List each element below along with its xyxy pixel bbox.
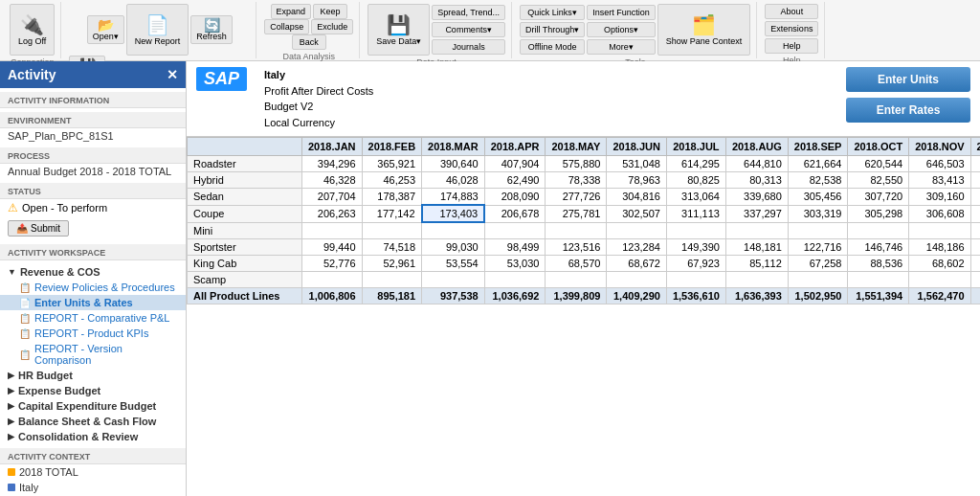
cell-3-10[interactable]: 306,608 (909, 205, 970, 222)
cell-2-3[interactable]: 208,090 (484, 189, 546, 206)
insert-function-button[interactable]: Insert Function (587, 5, 656, 20)
cell-2-2[interactable]: 174,883 (422, 189, 485, 206)
cell-3-9[interactable]: 305,298 (848, 205, 909, 222)
cell-6-6[interactable]: 67,923 (666, 255, 725, 271)
help-button[interactable]: Help (765, 38, 818, 54)
cell-3-6[interactable]: 311,113 (666, 205, 725, 222)
cell-0-10[interactable]: 646,503 (909, 156, 970, 172)
cell-6-5[interactable]: 68,672 (607, 255, 667, 271)
cell-1-5[interactable]: 78,963 (607, 172, 667, 189)
workspace-item-product-kpis[interactable]: 📋 REPORT - Product KPIs (0, 326, 186, 341)
cell-3-3[interactable]: 206,678 (484, 205, 546, 222)
logoff-button[interactable]: 🔌 Log Off (10, 4, 55, 56)
cell-4-8[interactable] (788, 222, 848, 238)
cell-6-0[interactable]: 52,776 (302, 255, 363, 271)
workspace-group-balance[interactable]: ▶ Balance Sheet & Cash Flow (0, 414, 186, 429)
options-button[interactable]: Options▾ (587, 22, 656, 37)
cell-7-11[interactable] (970, 271, 980, 287)
cell-7-5[interactable] (607, 271, 667, 287)
journals-button[interactable]: Journals (432, 39, 505, 55)
cell-5-11[interactable]: 14 (970, 238, 980, 255)
cell-0-2[interactable]: 390,640 (422, 156, 485, 172)
cell-3-1[interactable]: 177,142 (362, 205, 422, 222)
cell-6-4[interactable]: 68,570 (546, 255, 607, 271)
cell-4-6[interactable] (666, 222, 725, 238)
cell-2-9[interactable]: 307,720 (848, 189, 909, 206)
cell-0-4[interactable]: 575,880 (546, 156, 607, 172)
cell-0-11[interactable]: 56 (970, 156, 980, 172)
cell-1-10[interactable]: 83,413 (909, 172, 970, 189)
cell-4-1[interactable] (362, 222, 422, 238)
cell-2-5[interactable]: 304,816 (607, 189, 667, 206)
cell-0-1[interactable]: 365,921 (362, 156, 422, 172)
cell-7-4[interactable] (546, 271, 607, 287)
exclude-button[interactable]: Exclude (311, 19, 353, 34)
about-button[interactable]: About (765, 4, 818, 19)
cell-2-8[interactable]: 305,456 (788, 189, 848, 206)
cell-7-10[interactable] (909, 271, 970, 287)
offline-mode-button[interactable]: Offline Mode (520, 39, 585, 55)
workspace-item-comparative-pl[interactable]: 📋 REPORT - Comparative P&L (0, 310, 186, 326)
cell-4-9[interactable] (848, 222, 909, 238)
expand-button[interactable]: Expand (271, 4, 312, 19)
refresh-button[interactable]: 🔄 Refresh (190, 15, 233, 44)
enter-rates-button[interactable]: Enter Rates (846, 98, 970, 123)
cell-4-11[interactable] (970, 222, 980, 238)
cell-6-9[interactable]: 88,536 (848, 255, 909, 271)
cell-1-9[interactable]: 82,550 (848, 172, 909, 189)
cell-3-4[interactable]: 275,781 (546, 205, 607, 222)
cell-1-1[interactable]: 46,253 (362, 172, 422, 189)
cell-2-1[interactable]: 178,387 (362, 189, 422, 206)
cell-6-2[interactable]: 53,554 (422, 255, 485, 271)
workspace-group-hr[interactable]: ▶ HR Budget (0, 368, 186, 383)
cell-1-11[interactable]: 10 (970, 172, 980, 189)
sidebar-close-button[interactable]: ✕ (167, 67, 178, 82)
cell-7-0[interactable] (302, 271, 363, 287)
cell-1-4[interactable]: 78,338 (546, 172, 607, 189)
cell-2-11[interactable]: 33 (970, 189, 980, 206)
cell-2-7[interactable]: 339,680 (725, 189, 788, 206)
cell-1-6[interactable]: 80,825 (666, 172, 725, 189)
cell-6-10[interactable]: 68,602 (909, 255, 970, 271)
cell-1-8[interactable]: 82,538 (788, 172, 848, 189)
cell-0-6[interactable]: 614,295 (666, 156, 725, 172)
cell-5-1[interactable]: 74,518 (362, 238, 422, 255)
comments-button[interactable]: Comments▾ (432, 22, 505, 37)
more-button[interactable]: More▾ (587, 39, 656, 55)
cell-3-5[interactable]: 302,507 (607, 205, 667, 222)
cell-7-3[interactable] (484, 271, 546, 287)
cell-5-5[interactable]: 123,284 (607, 238, 667, 255)
cell-2-0[interactable]: 207,704 (302, 189, 363, 206)
cell-4-0[interactable] (302, 222, 363, 238)
cell-0-0[interactable]: 394,296 (302, 156, 363, 172)
cell-6-3[interactable]: 53,030 (484, 255, 546, 271)
new-report-button[interactable]: 📄 New Report (126, 4, 189, 56)
cell-7-9[interactable] (848, 271, 909, 287)
keep-button[interactable]: Keep (313, 4, 347, 19)
cell-6-1[interactable]: 52,961 (362, 255, 422, 271)
cell-3-2[interactable]: 173,403 (422, 205, 485, 222)
cell-4-7[interactable] (725, 222, 788, 238)
cell-4-4[interactable] (546, 222, 607, 238)
cell-4-10[interactable] (909, 222, 970, 238)
cell-5-8[interactable]: 122,716 (788, 238, 848, 255)
cell-7-7[interactable] (725, 271, 788, 287)
open-button[interactable]: 📂 Open▾ (87, 15, 124, 44)
cell-2-10[interactable]: 309,160 (909, 189, 970, 206)
workspace-item-version-comparison[interactable]: 📋 REPORT - Version Comparison (0, 341, 186, 368)
cell-6-7[interactable]: 85,112 (725, 255, 788, 271)
cell-5-7[interactable]: 148,181 (725, 238, 788, 255)
extensions-button[interactable]: Extensions (765, 21, 818, 36)
cell-5-0[interactable]: 99,440 (302, 238, 363, 255)
enter-units-button[interactable]: Enter Units (846, 67, 970, 92)
back-button[interactable]: Back (292, 34, 326, 50)
cell-1-0[interactable]: 46,328 (302, 172, 363, 189)
submit-button[interactable]: 📤 Submit (8, 220, 69, 237)
collapse-button[interactable]: Collapse (264, 19, 309, 34)
cell-1-3[interactable]: 62,490 (484, 172, 546, 189)
quick-links-button[interactable]: Quick Links▾ (520, 5, 585, 20)
workspace-group-consolidation[interactable]: ▶ Consolidation & Review (0, 429, 186, 444)
cell-4-3[interactable] (484, 222, 546, 238)
spread-trend-button[interactable]: Spread, Trend... (432, 5, 505, 20)
workspace-item-review-policies[interactable]: 📋 Review Policies & Procedures (0, 280, 186, 295)
